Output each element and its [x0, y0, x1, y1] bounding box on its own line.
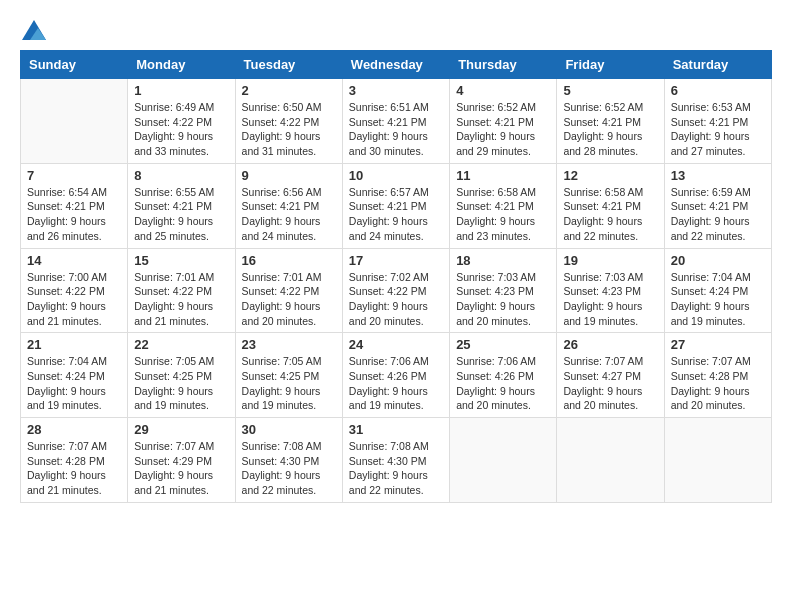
table-row: 27Sunrise: 7:07 AMSunset: 4:28 PMDayligh… [664, 333, 771, 418]
day-info: Sunrise: 6:52 AMSunset: 4:21 PMDaylight:… [456, 100, 550, 159]
weekday-header-thursday: Thursday [450, 51, 557, 79]
table-row: 1Sunrise: 6:49 AMSunset: 4:22 PMDaylight… [128, 79, 235, 164]
day-number: 30 [242, 422, 336, 437]
weekday-header-monday: Monday [128, 51, 235, 79]
day-info: Sunrise: 7:05 AMSunset: 4:25 PMDaylight:… [242, 354, 336, 413]
day-number: 28 [27, 422, 121, 437]
day-info: Sunrise: 6:54 AMSunset: 4:21 PMDaylight:… [27, 185, 121, 244]
day-info: Sunrise: 6:49 AMSunset: 4:22 PMDaylight:… [134, 100, 228, 159]
day-number: 9 [242, 168, 336, 183]
weekday-header-tuesday: Tuesday [235, 51, 342, 79]
page-header [20, 20, 772, 40]
table-row: 26Sunrise: 7:07 AMSunset: 4:27 PMDayligh… [557, 333, 664, 418]
table-row: 15Sunrise: 7:01 AMSunset: 4:22 PMDayligh… [128, 248, 235, 333]
table-row: 22Sunrise: 7:05 AMSunset: 4:25 PMDayligh… [128, 333, 235, 418]
day-number: 5 [563, 83, 657, 98]
calendar-week-row: 21Sunrise: 7:04 AMSunset: 4:24 PMDayligh… [21, 333, 772, 418]
day-number: 23 [242, 337, 336, 352]
table-row [21, 79, 128, 164]
day-info: Sunrise: 6:52 AMSunset: 4:21 PMDaylight:… [563, 100, 657, 159]
day-info: Sunrise: 7:07 AMSunset: 4:28 PMDaylight:… [27, 439, 121, 498]
day-number: 22 [134, 337, 228, 352]
weekday-header-friday: Friday [557, 51, 664, 79]
day-number: 6 [671, 83, 765, 98]
day-number: 24 [349, 337, 443, 352]
table-row: 5Sunrise: 6:52 AMSunset: 4:21 PMDaylight… [557, 79, 664, 164]
day-number: 21 [27, 337, 121, 352]
table-row [557, 418, 664, 503]
day-info: Sunrise: 7:03 AMSunset: 4:23 PMDaylight:… [563, 270, 657, 329]
table-row: 18Sunrise: 7:03 AMSunset: 4:23 PMDayligh… [450, 248, 557, 333]
day-number: 16 [242, 253, 336, 268]
table-row: 24Sunrise: 7:06 AMSunset: 4:26 PMDayligh… [342, 333, 449, 418]
day-info: Sunrise: 7:00 AMSunset: 4:22 PMDaylight:… [27, 270, 121, 329]
day-info: Sunrise: 6:50 AMSunset: 4:22 PMDaylight:… [242, 100, 336, 159]
calendar-week-row: 1Sunrise: 6:49 AMSunset: 4:22 PMDaylight… [21, 79, 772, 164]
table-row: 11Sunrise: 6:58 AMSunset: 4:21 PMDayligh… [450, 163, 557, 248]
day-info: Sunrise: 6:56 AMSunset: 4:21 PMDaylight:… [242, 185, 336, 244]
day-info: Sunrise: 6:59 AMSunset: 4:21 PMDaylight:… [671, 185, 765, 244]
table-row: 29Sunrise: 7:07 AMSunset: 4:29 PMDayligh… [128, 418, 235, 503]
table-row: 21Sunrise: 7:04 AMSunset: 4:24 PMDayligh… [21, 333, 128, 418]
table-row: 4Sunrise: 6:52 AMSunset: 4:21 PMDaylight… [450, 79, 557, 164]
day-info: Sunrise: 6:55 AMSunset: 4:21 PMDaylight:… [134, 185, 228, 244]
table-row: 30Sunrise: 7:08 AMSunset: 4:30 PMDayligh… [235, 418, 342, 503]
day-info: Sunrise: 7:03 AMSunset: 4:23 PMDaylight:… [456, 270, 550, 329]
table-row: 20Sunrise: 7:04 AMSunset: 4:24 PMDayligh… [664, 248, 771, 333]
day-number: 14 [27, 253, 121, 268]
weekday-header-wednesday: Wednesday [342, 51, 449, 79]
day-number: 26 [563, 337, 657, 352]
table-row: 19Sunrise: 7:03 AMSunset: 4:23 PMDayligh… [557, 248, 664, 333]
day-info: Sunrise: 7:02 AMSunset: 4:22 PMDaylight:… [349, 270, 443, 329]
day-number: 10 [349, 168, 443, 183]
table-row: 13Sunrise: 6:59 AMSunset: 4:21 PMDayligh… [664, 163, 771, 248]
day-info: Sunrise: 7:06 AMSunset: 4:26 PMDaylight:… [349, 354, 443, 413]
calendar-week-row: 7Sunrise: 6:54 AMSunset: 4:21 PMDaylight… [21, 163, 772, 248]
day-info: Sunrise: 7:08 AMSunset: 4:30 PMDaylight:… [242, 439, 336, 498]
day-info: Sunrise: 6:58 AMSunset: 4:21 PMDaylight:… [456, 185, 550, 244]
table-row: 28Sunrise: 7:07 AMSunset: 4:28 PMDayligh… [21, 418, 128, 503]
day-number: 7 [27, 168, 121, 183]
calendar-week-row: 14Sunrise: 7:00 AMSunset: 4:22 PMDayligh… [21, 248, 772, 333]
day-info: Sunrise: 7:06 AMSunset: 4:26 PMDaylight:… [456, 354, 550, 413]
table-row: 14Sunrise: 7:00 AMSunset: 4:22 PMDayligh… [21, 248, 128, 333]
logo-icon [22, 20, 46, 40]
weekday-header-saturday: Saturday [664, 51, 771, 79]
day-number: 27 [671, 337, 765, 352]
day-number: 8 [134, 168, 228, 183]
table-row: 17Sunrise: 7:02 AMSunset: 4:22 PMDayligh… [342, 248, 449, 333]
day-number: 17 [349, 253, 443, 268]
day-number: 13 [671, 168, 765, 183]
table-row [450, 418, 557, 503]
day-info: Sunrise: 7:04 AMSunset: 4:24 PMDaylight:… [671, 270, 765, 329]
calendar-table: SundayMondayTuesdayWednesdayThursdayFrid… [20, 50, 772, 503]
day-info: Sunrise: 7:07 AMSunset: 4:28 PMDaylight:… [671, 354, 765, 413]
weekday-header-row: SundayMondayTuesdayWednesdayThursdayFrid… [21, 51, 772, 79]
day-number: 15 [134, 253, 228, 268]
calendar-week-row: 28Sunrise: 7:07 AMSunset: 4:28 PMDayligh… [21, 418, 772, 503]
day-info: Sunrise: 7:01 AMSunset: 4:22 PMDaylight:… [134, 270, 228, 329]
day-number: 20 [671, 253, 765, 268]
table-row: 8Sunrise: 6:55 AMSunset: 4:21 PMDaylight… [128, 163, 235, 248]
table-row: 25Sunrise: 7:06 AMSunset: 4:26 PMDayligh… [450, 333, 557, 418]
day-info: Sunrise: 7:01 AMSunset: 4:22 PMDaylight:… [242, 270, 336, 329]
day-info: Sunrise: 7:07 AMSunset: 4:27 PMDaylight:… [563, 354, 657, 413]
day-number: 29 [134, 422, 228, 437]
day-info: Sunrise: 6:57 AMSunset: 4:21 PMDaylight:… [349, 185, 443, 244]
day-info: Sunrise: 7:04 AMSunset: 4:24 PMDaylight:… [27, 354, 121, 413]
table-row: 9Sunrise: 6:56 AMSunset: 4:21 PMDaylight… [235, 163, 342, 248]
table-row [664, 418, 771, 503]
day-number: 1 [134, 83, 228, 98]
day-number: 18 [456, 253, 550, 268]
day-info: Sunrise: 6:51 AMSunset: 4:21 PMDaylight:… [349, 100, 443, 159]
logo [20, 20, 48, 40]
table-row: 31Sunrise: 7:08 AMSunset: 4:30 PMDayligh… [342, 418, 449, 503]
day-number: 11 [456, 168, 550, 183]
table-row: 3Sunrise: 6:51 AMSunset: 4:21 PMDaylight… [342, 79, 449, 164]
day-number: 25 [456, 337, 550, 352]
table-row: 16Sunrise: 7:01 AMSunset: 4:22 PMDayligh… [235, 248, 342, 333]
day-info: Sunrise: 6:58 AMSunset: 4:21 PMDaylight:… [563, 185, 657, 244]
table-row: 23Sunrise: 7:05 AMSunset: 4:25 PMDayligh… [235, 333, 342, 418]
weekday-header-sunday: Sunday [21, 51, 128, 79]
day-number: 2 [242, 83, 336, 98]
